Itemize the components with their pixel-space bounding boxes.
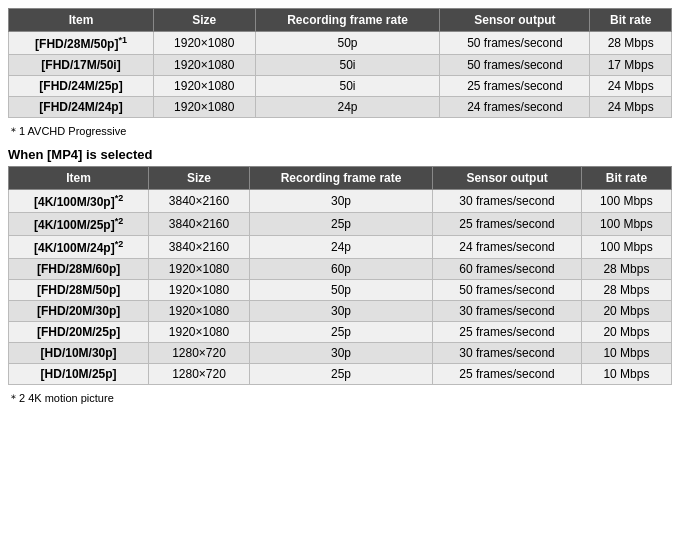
data-cell: 50i <box>255 55 440 76</box>
data-cell: 28 Mbps <box>581 259 671 280</box>
column-header: Item <box>9 167 149 190</box>
data-cell: 50 frames/second <box>440 32 590 55</box>
table-row: [4K/100M/24p]*23840×216024p24 frames/sec… <box>9 236 672 259</box>
data-cell: 1920×1080 <box>149 259 250 280</box>
data-cell: 1920×1080 <box>149 322 250 343</box>
data-cell: 10 Mbps <box>581 364 671 385</box>
data-cell: 50i <box>255 76 440 97</box>
data-cell: 50 frames/second <box>440 55 590 76</box>
data-cell: 24p <box>255 97 440 118</box>
data-cell: 1920×1080 <box>149 280 250 301</box>
data-cell: 100 Mbps <box>581 236 671 259</box>
data-cell: 17 Mbps <box>590 55 672 76</box>
data-cell: 10 Mbps <box>581 343 671 364</box>
data-cell: 24 Mbps <box>590 76 672 97</box>
data-cell: 3840×2160 <box>149 236 250 259</box>
item-cell: [HD/10M/30p] <box>9 343 149 364</box>
data-cell: 60p <box>249 259 432 280</box>
column-header: Sensor output <box>433 167 582 190</box>
column-header: Sensor output <box>440 9 590 32</box>
item-cell: [FHD/28M/60p] <box>9 259 149 280</box>
item-cell: [FHD/17M/50i] <box>9 55 154 76</box>
data-cell: 25p <box>249 322 432 343</box>
column-header: Size <box>154 9 256 32</box>
table-mp4: ItemSizeRecording frame rateSensor outpu… <box>8 166 672 385</box>
data-cell: 100 Mbps <box>581 190 671 213</box>
data-cell: 3840×2160 <box>149 213 250 236</box>
data-cell: 30p <box>249 190 432 213</box>
table-row: [4K/100M/30p]*23840×216030p30 frames/sec… <box>9 190 672 213</box>
data-cell: 25p <box>249 213 432 236</box>
table-avchd: ItemSizeRecording frame rateSensor outpu… <box>8 8 672 118</box>
footnote-1: ＊1 AVCHD Progressive <box>8 124 672 139</box>
item-cell: [FHD/28M/50p] <box>9 280 149 301</box>
data-cell: 30p <box>249 301 432 322</box>
data-cell: 24p <box>249 236 432 259</box>
table-row: [FHD/17M/50i]1920×108050i50 frames/secon… <box>9 55 672 76</box>
data-cell: 25p <box>249 364 432 385</box>
data-cell: 1920×1080 <box>154 97 256 118</box>
data-cell: 1920×1080 <box>149 301 250 322</box>
data-cell: 60 frames/second <box>433 259 582 280</box>
item-cell: [4K/100M/24p]*2 <box>9 236 149 259</box>
section2-title: When [MP4] is selected <box>8 147 672 162</box>
data-cell: 30p <box>249 343 432 364</box>
data-cell: 28 Mbps <box>590 32 672 55</box>
column-header: Bit rate <box>581 167 671 190</box>
data-cell: 25 frames/second <box>433 364 582 385</box>
data-cell: 1280×720 <box>149 343 250 364</box>
data-cell: 100 Mbps <box>581 213 671 236</box>
item-cell: [FHD/28M/50p]*1 <box>9 32 154 55</box>
column-header: Recording frame rate <box>249 167 432 190</box>
data-cell: 50 frames/second <box>433 280 582 301</box>
data-cell: 1920×1080 <box>154 32 256 55</box>
footnote-2: ＊2 4K motion picture <box>8 391 672 406</box>
data-cell: 20 Mbps <box>581 301 671 322</box>
data-cell: 30 frames/second <box>433 301 582 322</box>
table-row: [FHD/24M/24p]1920×108024p24 frames/secon… <box>9 97 672 118</box>
data-cell: 24 Mbps <box>590 97 672 118</box>
data-cell: 50p <box>255 32 440 55</box>
data-cell: 25 frames/second <box>440 76 590 97</box>
data-cell: 28 Mbps <box>581 280 671 301</box>
table-row: [FHD/28M/50p]1920×108050p50 frames/secon… <box>9 280 672 301</box>
table-row: [FHD/28M/60p]1920×108060p60 frames/secon… <box>9 259 672 280</box>
item-cell: [FHD/20M/25p] <box>9 322 149 343</box>
data-cell: 30 frames/second <box>433 190 582 213</box>
column-header: Item <box>9 9 154 32</box>
item-cell: [4K/100M/30p]*2 <box>9 190 149 213</box>
table-row: [FHD/20M/25p]1920×108025p25 frames/secon… <box>9 322 672 343</box>
data-cell: 1280×720 <box>149 364 250 385</box>
data-cell: 3840×2160 <box>149 190 250 213</box>
item-cell: [FHD/24M/24p] <box>9 97 154 118</box>
data-cell: 25 frames/second <box>433 213 582 236</box>
item-cell: [4K/100M/25p]*2 <box>9 213 149 236</box>
data-cell: 25 frames/second <box>433 322 582 343</box>
data-cell: 1920×1080 <box>154 76 256 97</box>
table-row: [FHD/28M/50p]*11920×108050p50 frames/sec… <box>9 32 672 55</box>
column-header: Bit rate <box>590 9 672 32</box>
table-row: [4K/100M/25p]*23840×216025p25 frames/sec… <box>9 213 672 236</box>
data-cell: 50p <box>249 280 432 301</box>
data-cell: 20 Mbps <box>581 322 671 343</box>
table-row: [FHD/20M/30p]1920×108030p30 frames/secon… <box>9 301 672 322</box>
table-row: [FHD/24M/25p]1920×108050i25 frames/secon… <box>9 76 672 97</box>
column-header: Size <box>149 167 250 190</box>
table-row: [HD/10M/30p]1280×72030p30 frames/second1… <box>9 343 672 364</box>
data-cell: 24 frames/second <box>433 236 582 259</box>
column-header: Recording frame rate <box>255 9 440 32</box>
data-cell: 24 frames/second <box>440 97 590 118</box>
item-cell: [FHD/24M/25p] <box>9 76 154 97</box>
data-cell: 30 frames/second <box>433 343 582 364</box>
item-cell: [HD/10M/25p] <box>9 364 149 385</box>
data-cell: 1920×1080 <box>154 55 256 76</box>
item-cell: [FHD/20M/30p] <box>9 301 149 322</box>
table-row: [HD/10M/25p]1280×72025p25 frames/second1… <box>9 364 672 385</box>
